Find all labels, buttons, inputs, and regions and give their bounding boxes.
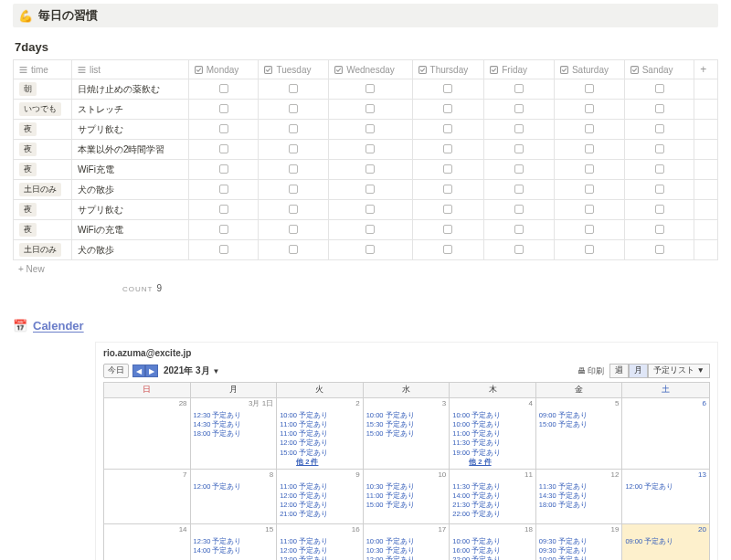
checkbox[interactable] (514, 124, 524, 133)
checkbox[interactable] (585, 205, 594, 214)
table-row[interactable]: 夜サプリ飲む (14, 120, 718, 140)
calendar-event[interactable]: 10:30 予定あり (366, 546, 447, 555)
table-row[interactable]: 朝日焼け止めの薬飲む (14, 79, 718, 100)
checkbox[interactable] (585, 104, 594, 113)
table-row[interactable]: 夜本業以外の2時間学習 (14, 140, 718, 160)
checkbox[interactable] (514, 164, 524, 174)
calendar-event[interactable]: 09:30 予定あり (539, 546, 620, 555)
calendar-event[interactable]: 12:00 予定あり (280, 438, 360, 448)
calendar-event[interactable]: 22:00 予定あり (452, 510, 533, 519)
calendar-event[interactable]: 11:30 予定あり (452, 438, 533, 448)
checkbox[interactable] (443, 164, 452, 174)
calendar-cell[interactable]: 1611:00 予定あり12:00 予定あり12:00 予定あり15:30 予定… (277, 524, 364, 560)
calendar-event[interactable]: 09:00 予定あり (625, 537, 706, 546)
checkbox[interactable] (366, 205, 375, 214)
more-events-link[interactable]: 他 2 件 (296, 458, 360, 467)
calendar-event[interactable]: 11:30 予定あり (452, 482, 533, 491)
checkbox[interactable] (443, 225, 452, 234)
checkbox[interactable] (219, 185, 228, 194)
checkbox[interactable] (655, 225, 664, 234)
checkbox[interactable] (585, 225, 594, 234)
calendar-cell[interactable]: 310:00 予定あり15:30 予定あり15:00 予定あり (364, 398, 450, 470)
checkbox[interactable] (366, 84, 375, 93)
calendar-event[interactable]: 12:00 予定あり (280, 546, 360, 555)
calendar-event[interactable]: 10:00 予定あり (452, 537, 533, 546)
checkbox[interactable] (443, 245, 452, 254)
checkbox[interactable] (585, 164, 594, 174)
checkbox[interactable] (366, 225, 375, 234)
checkbox[interactable] (655, 205, 664, 214)
calendar-event[interactable]: 12:30 予定あり (194, 411, 274, 420)
calendar-cell[interactable]: 410:00 予定あり10:00 予定あり11:00 予定あり11:30 予定あ… (450, 398, 536, 470)
today-button[interactable]: 今日 (103, 364, 129, 378)
checkbox[interactable] (514, 104, 524, 113)
checkbox[interactable] (289, 104, 298, 113)
calendar-cell[interactable]: 210:00 予定あり11:00 予定あり11:00 予定あり12:00 予定あ… (277, 398, 364, 470)
calendar-event[interactable]: 11:00 予定あり (280, 537, 360, 546)
checkbox[interactable] (289, 225, 298, 234)
calendar-event[interactable]: 12:30 予定あり (194, 537, 274, 546)
calendar-event[interactable]: 15:30 予定あり (366, 420, 447, 429)
print-button[interactable]: 🖶印刷 (577, 365, 604, 377)
checkbox[interactable] (655, 245, 664, 254)
calendar-cell[interactable]: 14 (104, 524, 191, 560)
checkbox[interactable] (366, 124, 375, 133)
checkbox[interactable] (219, 205, 228, 214)
checkbox[interactable] (443, 205, 452, 214)
calendar-cell[interactable]: 1810:00 予定あり16:00 予定あり22:00 予定あり (450, 524, 536, 560)
checkbox[interactable] (655, 144, 664, 153)
calendar-cell[interactable]: 911:00 予定あり12:00 予定あり12:00 予定あり21:00 予定あ… (277, 470, 364, 524)
calendar-cell[interactable]: 1010:30 予定あり11:00 予定あり15:00 予定あり (364, 470, 450, 524)
checkbox[interactable] (514, 185, 524, 194)
tab-list[interactable]: 予定リスト ▼ (648, 364, 710, 378)
checkbox[interactable] (289, 185, 298, 194)
checkbox[interactable] (219, 104, 228, 113)
add-column-button[interactable]: + (694, 60, 718, 79)
calendar-cell[interactable]: 1512:30 予定あり14:00 予定あり (191, 524, 278, 560)
calendar-event[interactable]: 11:00 予定あり (280, 429, 360, 438)
calendar-cell[interactable]: 2009:00 予定あり (622, 524, 709, 560)
calendar-cell[interactable]: 1211:30 予定あり14:30 予定あり18:00 予定あり (536, 470, 623, 524)
calendar-cell[interactable]: 1710:00 予定あり10:30 予定あり12:00 予定あり15:00 予定… (364, 524, 450, 560)
calendar-cell[interactable]: 1909:30 予定あり09:30 予定あり10:00 予定あり10:00 予定… (536, 524, 623, 560)
new-row-button[interactable]: + New (13, 260, 718, 278)
calendar-event[interactable]: 14:00 予定あり (194, 546, 274, 555)
checkbox[interactable] (289, 164, 298, 174)
calendar-event[interactable]: 12:00 予定あり (625, 482, 706, 491)
calendar-event[interactable]: 09:30 予定あり (539, 537, 620, 546)
calendar-event[interactable]: 12:00 予定あり (366, 555, 447, 560)
table-row[interactable]: 夜WiFi充電 (14, 160, 718, 180)
checkbox[interactable] (514, 245, 524, 254)
calendar-event[interactable]: 14:30 予定あり (194, 420, 274, 429)
checkbox[interactable] (219, 84, 228, 93)
checkbox[interactable] (366, 144, 375, 153)
calendar-event[interactable]: 14:30 予定あり (539, 491, 620, 501)
table-row[interactable]: 夜WiFiの充電 (14, 220, 718, 240)
checkbox[interactable] (443, 144, 452, 153)
calendar-event[interactable]: 10:00 予定あり (366, 411, 447, 420)
calendar-event[interactable]: 10:00 予定あり (452, 411, 533, 420)
checkbox[interactable] (219, 124, 228, 133)
calendar-event[interactable]: 15:00 予定あり (366, 501, 447, 510)
calendar-event[interactable]: 21:30 予定あり (452, 501, 533, 510)
checkbox[interactable] (514, 84, 524, 93)
calendar-event[interactable]: 15:00 予定あり (366, 429, 447, 438)
checkbox[interactable] (219, 144, 228, 153)
checkbox[interactable] (289, 124, 298, 133)
calendar-event[interactable]: 16:00 予定あり (452, 546, 533, 555)
calendar-event[interactable]: 10:00 予定あり (452, 420, 533, 429)
calendar-event[interactable]: 12:00 予定あり (280, 501, 360, 510)
calendar-cell[interactable]: 6 (622, 398, 709, 470)
calendar-cell[interactable]: 1312:00 予定あり (622, 470, 709, 524)
calendar-event[interactable]: 11:30 予定あり (539, 482, 620, 491)
checkbox[interactable] (655, 84, 664, 93)
checkbox[interactable] (514, 205, 524, 214)
calendar-event[interactable]: 09:00 予定あり (539, 411, 620, 420)
checkbox[interactable] (514, 144, 524, 153)
checkbox[interactable] (366, 104, 375, 113)
calendar-event[interactable]: 14:00 予定あり (452, 491, 533, 501)
calendar-event[interactable]: 12:00 予定あり (280, 555, 360, 560)
checkbox[interactable] (366, 164, 375, 174)
checkbox[interactable] (289, 84, 298, 93)
calendar-cell[interactable]: 28 (104, 398, 191, 470)
